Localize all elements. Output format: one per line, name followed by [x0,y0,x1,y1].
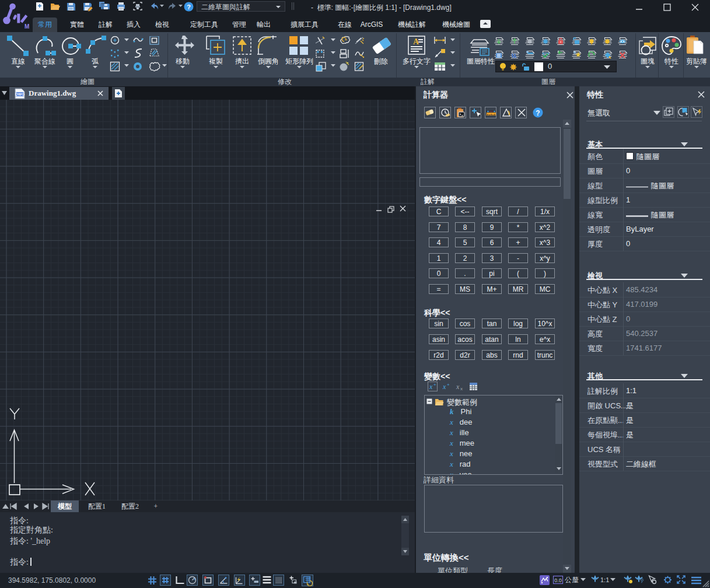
svg-text:+: + [447,382,450,387]
svg-text:M: M [25,23,29,30]
svg-text:1:1: 1:1 [600,576,609,583]
svg-text:x: x [442,383,446,391]
svg-text:DWG: DWG [15,92,25,96]
svg-text:0.0: 0.0 [554,578,562,583]
svg-text:+: + [433,382,436,387]
svg-text:?: ? [187,4,191,10]
svg-text:x: x [460,386,463,391]
svg-text:公釐: 公釐 [565,576,579,584]
svg-text:x: x [456,383,460,391]
svg-text:?: ? [536,109,540,117]
svg-text:x: x [429,383,433,391]
